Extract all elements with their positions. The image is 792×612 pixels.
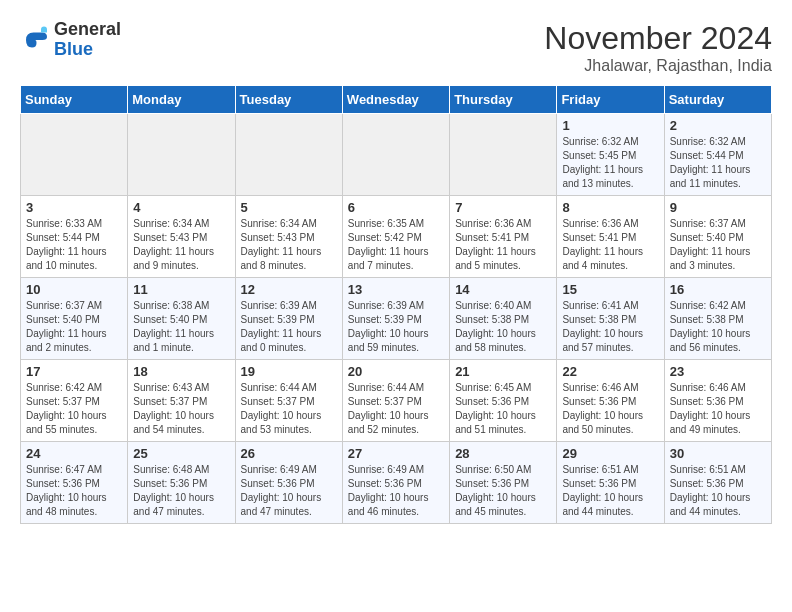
day-number: 7 xyxy=(455,200,551,215)
day-number: 23 xyxy=(670,364,766,379)
day-number: 15 xyxy=(562,282,658,297)
week-row-4: 17Sunrise: 6:42 AM Sunset: 5:37 PM Dayli… xyxy=(21,360,772,442)
day-info: Sunrise: 6:35 AM Sunset: 5:42 PM Dayligh… xyxy=(348,217,444,273)
day-info: Sunrise: 6:49 AM Sunset: 5:36 PM Dayligh… xyxy=(241,463,337,519)
day-cell: 25Sunrise: 6:48 AM Sunset: 5:36 PM Dayli… xyxy=(128,442,235,524)
day-number: 11 xyxy=(133,282,229,297)
day-number: 5 xyxy=(241,200,337,215)
day-cell xyxy=(342,114,449,196)
day-cell: 29Sunrise: 6:51 AM Sunset: 5:36 PM Dayli… xyxy=(557,442,664,524)
day-info: Sunrise: 6:42 AM Sunset: 5:37 PM Dayligh… xyxy=(26,381,122,437)
day-cell xyxy=(21,114,128,196)
day-info: Sunrise: 6:47 AM Sunset: 5:36 PM Dayligh… xyxy=(26,463,122,519)
day-number: 4 xyxy=(133,200,229,215)
day-cell: 24Sunrise: 6:47 AM Sunset: 5:36 PM Dayli… xyxy=(21,442,128,524)
header: General Blue November 2024 Jhalawar, Raj… xyxy=(20,20,772,75)
logo-icon xyxy=(20,25,50,55)
day-number: 24 xyxy=(26,446,122,461)
day-number: 13 xyxy=(348,282,444,297)
day-cell: 11Sunrise: 6:38 AM Sunset: 5:40 PM Dayli… xyxy=(128,278,235,360)
day-cell xyxy=(450,114,557,196)
day-info: Sunrise: 6:48 AM Sunset: 5:36 PM Dayligh… xyxy=(133,463,229,519)
day-number: 21 xyxy=(455,364,551,379)
logo-general-text: General xyxy=(54,20,121,40)
month-title: November 2024 xyxy=(544,20,772,57)
day-cell: 21Sunrise: 6:45 AM Sunset: 5:36 PM Dayli… xyxy=(450,360,557,442)
header-cell-friday: Friday xyxy=(557,86,664,114)
day-cell: 23Sunrise: 6:46 AM Sunset: 5:36 PM Dayli… xyxy=(664,360,771,442)
header-cell-wednesday: Wednesday xyxy=(342,86,449,114)
day-cell: 18Sunrise: 6:43 AM Sunset: 5:37 PM Dayli… xyxy=(128,360,235,442)
day-info: Sunrise: 6:51 AM Sunset: 5:36 PM Dayligh… xyxy=(670,463,766,519)
day-number: 1 xyxy=(562,118,658,133)
day-cell: 20Sunrise: 6:44 AM Sunset: 5:37 PM Dayli… xyxy=(342,360,449,442)
title-area: November 2024 Jhalawar, Rajasthan, India xyxy=(544,20,772,75)
day-info: Sunrise: 6:38 AM Sunset: 5:40 PM Dayligh… xyxy=(133,299,229,355)
header-cell-sunday: Sunday xyxy=(21,86,128,114)
logo-blue-text: Blue xyxy=(54,40,121,60)
day-cell: 10Sunrise: 6:37 AM Sunset: 5:40 PM Dayli… xyxy=(21,278,128,360)
day-cell: 22Sunrise: 6:46 AM Sunset: 5:36 PM Dayli… xyxy=(557,360,664,442)
day-number: 2 xyxy=(670,118,766,133)
header-cell-tuesday: Tuesday xyxy=(235,86,342,114)
day-info: Sunrise: 6:44 AM Sunset: 5:37 PM Dayligh… xyxy=(241,381,337,437)
day-number: 18 xyxy=(133,364,229,379)
day-number: 12 xyxy=(241,282,337,297)
day-number: 26 xyxy=(241,446,337,461)
day-info: Sunrise: 6:34 AM Sunset: 5:43 PM Dayligh… xyxy=(241,217,337,273)
day-info: Sunrise: 6:34 AM Sunset: 5:43 PM Dayligh… xyxy=(133,217,229,273)
week-row-1: 1Sunrise: 6:32 AM Sunset: 5:45 PM Daylig… xyxy=(21,114,772,196)
day-info: Sunrise: 6:43 AM Sunset: 5:37 PM Dayligh… xyxy=(133,381,229,437)
day-cell: 19Sunrise: 6:44 AM Sunset: 5:37 PM Dayli… xyxy=(235,360,342,442)
week-row-5: 24Sunrise: 6:47 AM Sunset: 5:36 PM Dayli… xyxy=(21,442,772,524)
day-cell: 6Sunrise: 6:35 AM Sunset: 5:42 PM Daylig… xyxy=(342,196,449,278)
day-cell: 28Sunrise: 6:50 AM Sunset: 5:36 PM Dayli… xyxy=(450,442,557,524)
day-cell: 4Sunrise: 6:34 AM Sunset: 5:43 PM Daylig… xyxy=(128,196,235,278)
day-info: Sunrise: 6:41 AM Sunset: 5:38 PM Dayligh… xyxy=(562,299,658,355)
day-cell: 14Sunrise: 6:40 AM Sunset: 5:38 PM Dayli… xyxy=(450,278,557,360)
day-info: Sunrise: 6:46 AM Sunset: 5:36 PM Dayligh… xyxy=(562,381,658,437)
header-cell-saturday: Saturday xyxy=(664,86,771,114)
day-cell: 30Sunrise: 6:51 AM Sunset: 5:36 PM Dayli… xyxy=(664,442,771,524)
day-cell xyxy=(235,114,342,196)
day-number: 3 xyxy=(26,200,122,215)
logo: General Blue xyxy=(20,20,121,60)
day-info: Sunrise: 6:37 AM Sunset: 5:40 PM Dayligh… xyxy=(670,217,766,273)
day-cell: 27Sunrise: 6:49 AM Sunset: 5:36 PM Dayli… xyxy=(342,442,449,524)
day-cell: 12Sunrise: 6:39 AM Sunset: 5:39 PM Dayli… xyxy=(235,278,342,360)
day-cell: 26Sunrise: 6:49 AM Sunset: 5:36 PM Dayli… xyxy=(235,442,342,524)
day-info: Sunrise: 6:36 AM Sunset: 5:41 PM Dayligh… xyxy=(455,217,551,273)
day-cell xyxy=(128,114,235,196)
day-cell: 15Sunrise: 6:41 AM Sunset: 5:38 PM Dayli… xyxy=(557,278,664,360)
day-number: 27 xyxy=(348,446,444,461)
day-info: Sunrise: 6:36 AM Sunset: 5:41 PM Dayligh… xyxy=(562,217,658,273)
day-info: Sunrise: 6:37 AM Sunset: 5:40 PM Dayligh… xyxy=(26,299,122,355)
day-number: 22 xyxy=(562,364,658,379)
day-info: Sunrise: 6:50 AM Sunset: 5:36 PM Dayligh… xyxy=(455,463,551,519)
day-cell: 2Sunrise: 6:32 AM Sunset: 5:44 PM Daylig… xyxy=(664,114,771,196)
header-row: SundayMondayTuesdayWednesdayThursdayFrid… xyxy=(21,86,772,114)
day-info: Sunrise: 6:39 AM Sunset: 5:39 PM Dayligh… xyxy=(241,299,337,355)
day-info: Sunrise: 6:51 AM Sunset: 5:36 PM Dayligh… xyxy=(562,463,658,519)
calendar-body: 1Sunrise: 6:32 AM Sunset: 5:45 PM Daylig… xyxy=(21,114,772,524)
day-number: 20 xyxy=(348,364,444,379)
day-number: 8 xyxy=(562,200,658,215)
day-cell: 9Sunrise: 6:37 AM Sunset: 5:40 PM Daylig… xyxy=(664,196,771,278)
day-number: 14 xyxy=(455,282,551,297)
day-number: 30 xyxy=(670,446,766,461)
day-info: Sunrise: 6:45 AM Sunset: 5:36 PM Dayligh… xyxy=(455,381,551,437)
day-cell: 16Sunrise: 6:42 AM Sunset: 5:38 PM Dayli… xyxy=(664,278,771,360)
day-cell: 17Sunrise: 6:42 AM Sunset: 5:37 PM Dayli… xyxy=(21,360,128,442)
day-cell: 8Sunrise: 6:36 AM Sunset: 5:41 PM Daylig… xyxy=(557,196,664,278)
day-info: Sunrise: 6:32 AM Sunset: 5:45 PM Dayligh… xyxy=(562,135,658,191)
week-row-2: 3Sunrise: 6:33 AM Sunset: 5:44 PM Daylig… xyxy=(21,196,772,278)
day-number: 17 xyxy=(26,364,122,379)
day-info: Sunrise: 6:39 AM Sunset: 5:39 PM Dayligh… xyxy=(348,299,444,355)
header-cell-thursday: Thursday xyxy=(450,86,557,114)
day-number: 19 xyxy=(241,364,337,379)
calendar-table: SundayMondayTuesdayWednesdayThursdayFrid… xyxy=(20,85,772,524)
logo-text: General Blue xyxy=(54,20,121,60)
day-number: 29 xyxy=(562,446,658,461)
day-cell: 13Sunrise: 6:39 AM Sunset: 5:39 PM Dayli… xyxy=(342,278,449,360)
subtitle: Jhalawar, Rajasthan, India xyxy=(544,57,772,75)
